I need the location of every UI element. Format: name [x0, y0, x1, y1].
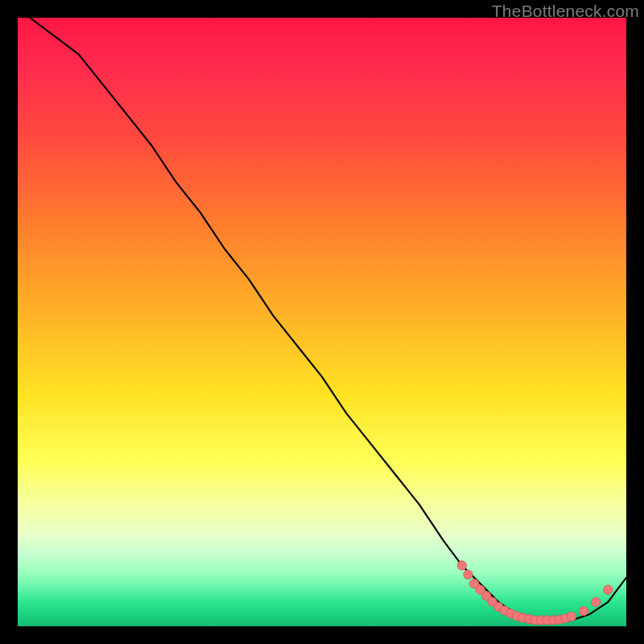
bottleneck-curve: [30, 18, 626, 620]
curve-marker: [464, 570, 473, 579]
plot-area: [18, 18, 626, 626]
curve-markers: [457, 561, 613, 625]
watermark-text: TheBottleneck.com: [492, 2, 639, 21]
curve-layer: [18, 18, 626, 626]
curve-marker: [579, 606, 588, 615]
chart-stage: TheBottleneck.com: [0, 0, 644, 644]
curve-marker: [592, 597, 601, 606]
curve-marker: [457, 561, 466, 570]
curve-marker: [567, 612, 576, 621]
curve-marker: [604, 585, 613, 594]
